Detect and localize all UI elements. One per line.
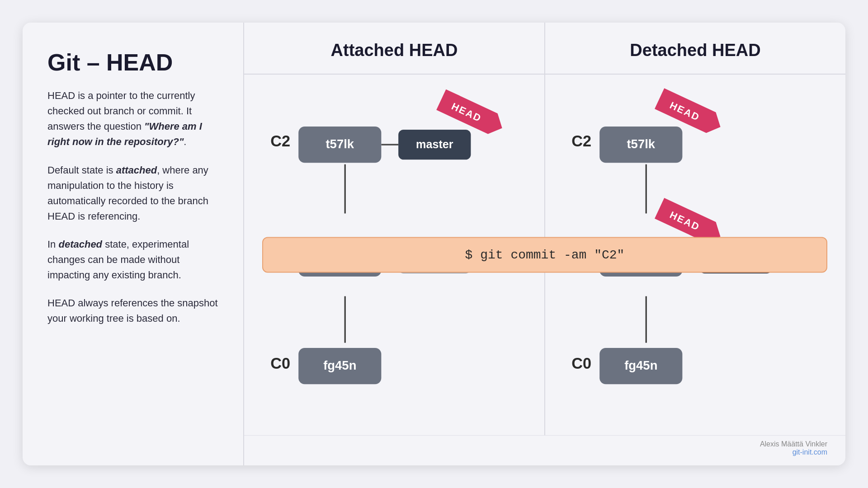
right-panel: Attached HEAD Detached HEAD $ git commit…	[244, 23, 845, 465]
c2-label-detached: C2	[571, 132, 591, 150]
c2-label-attached: C2	[270, 132, 290, 150]
diagrams-header: Attached HEAD Detached HEAD	[244, 23, 845, 75]
footer-author: Alexis Määttä Vinkler	[760, 440, 827, 448]
svg-text:fg45n: fg45n	[323, 358, 356, 372]
footer: Alexis Määttä Vinkler git-init.com	[244, 435, 845, 465]
main-title: Git – HEAD	[47, 50, 221, 75]
svg-text:t57lk: t57lk	[326, 137, 354, 151]
detached-head-title: Detached HEAD	[545, 23, 845, 74]
commit-banner: $ git commit -am "C2"	[262, 237, 827, 273]
desc-4: HEAD always references the snapshot your…	[47, 296, 221, 326]
c0-label-attached: C0	[270, 355, 290, 372]
desc-2: Default state is attached, where any man…	[47, 163, 221, 224]
c0-label-detached: C0	[571, 355, 591, 372]
left-panel: Git – HEAD HEAD is a pointer to the curr…	[23, 23, 244, 465]
svg-text:t57lk: t57lk	[627, 137, 655, 151]
desc-1: HEAD is a pointer to the currently check…	[47, 88, 221, 150]
svg-text:master: master	[416, 138, 453, 150]
diagrams-container: $ git commit -am "C2" C2 t57lk	[244, 75, 845, 435]
svg-text:fg45n: fg45n	[624, 358, 657, 372]
slide: Git – HEAD HEAD is a pointer to the curr…	[23, 23, 845, 465]
desc-3: In detached state, experimental changes …	[47, 237, 221, 283]
attached-head-title: Attached HEAD	[244, 23, 545, 74]
footer-website[interactable]: git-init.com	[793, 448, 827, 456]
